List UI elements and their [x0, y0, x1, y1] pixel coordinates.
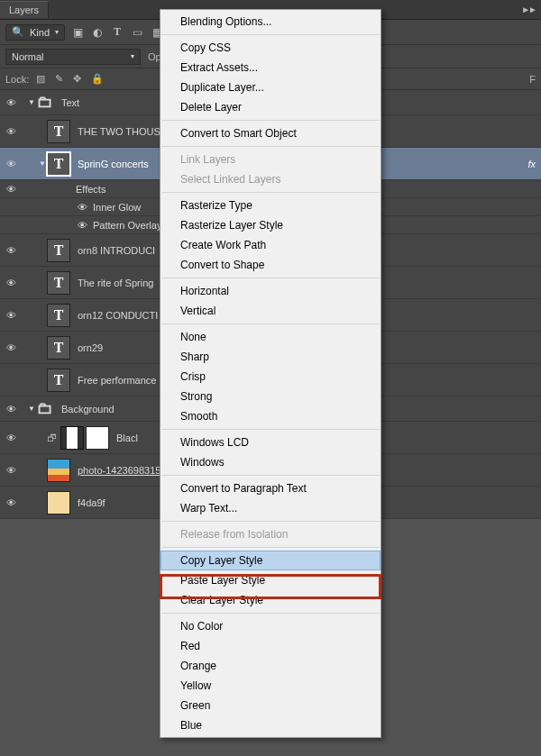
visibility-toggle[interactable]: 👁 — [78, 220, 87, 231]
visibility-toggle[interactable]: 👁 — [0, 278, 22, 288]
menu-blending-options[interactable]: Blending Options... — [160, 12, 381, 32]
menu-color-green[interactable]: Green — [160, 696, 381, 715]
visibility-toggle[interactable]: 👁 — [0, 465, 22, 476]
layer-thumb — [47, 491, 70, 515]
menu-aa-crisp[interactable]: Crisp — [160, 367, 381, 387]
menu-separator — [161, 547, 380, 548]
fill-label: F — [529, 74, 536, 85]
menu-release-isolation: Release from Isolation — [160, 524, 381, 544]
twisty-down-icon[interactable]: ▼ — [27, 405, 36, 413]
layer-context-menu: Blending Options... Copy CSS Extract Ass… — [160, 9, 381, 738]
type-thumb-icon: T — [47, 369, 70, 392]
lock-label: Lock: — [5, 74, 29, 85]
menu-rasterize-layer-style[interactable]: Rasterize Layer Style — [160, 215, 381, 235]
menu-aa-strong[interactable]: Strong — [160, 387, 381, 406]
menu-vertical[interactable]: Vertical — [160, 301, 381, 321]
filter-adjustment-icon[interactable]: ◐ — [90, 26, 105, 39]
menu-windows[interactable]: Windows — [160, 452, 381, 472]
menu-aa-none[interactable]: None — [160, 327, 381, 347]
menu-separator — [161, 146, 380, 147]
menu-color-orange[interactable]: Orange — [160, 656, 381, 676]
visibility-toggle[interactable]: 👁 — [0, 404, 22, 414]
type-thumb-icon: T — [47, 336, 70, 360]
menu-extract-assets[interactable]: Extract Assets... — [160, 58, 381, 77]
menu-windows-lcd[interactable]: Windows LCD — [160, 433, 381, 452]
menu-convert-paragraph[interactable]: Convert to Paragraph Text — [160, 478, 381, 498]
visibility-toggle[interactable]: 👁 — [0, 126, 22, 137]
folder-icon: 🗀 — [36, 397, 54, 421]
menu-color-red[interactable]: Red — [160, 636, 381, 656]
menu-separator — [161, 34, 380, 35]
menu-rasterize-type[interactable]: Rasterize Type — [160, 196, 381, 215]
visibility-toggle[interactable]: 👁 — [0, 184, 22, 195]
menu-duplicate-layer[interactable]: Duplicate Layer... — [160, 77, 381, 97]
menu-separator — [161, 613, 380, 614]
twisty-down-icon[interactable]: ▼ — [27, 98, 36, 106]
twisty-down-icon[interactable]: ▼ — [38, 159, 47, 168]
type-thumb-icon: T — [47, 271, 70, 295]
menu-convert-smart-object[interactable]: Convert to Smart Object — [160, 123, 381, 143]
menu-separator — [161, 278, 380, 278]
menu-copy-css[interactable]: Copy CSS — [160, 38, 381, 58]
menu-separator — [161, 429, 380, 430]
search-icon: 🔍 — [12, 26, 24, 38]
filter-type-icon[interactable]: T — [110, 25, 124, 39]
menu-link-layers: Link Layers — [160, 150, 381, 169]
menu-aa-smooth[interactable]: Smooth — [160, 406, 381, 426]
visibility-toggle[interactable]: 👁 — [0, 497, 22, 508]
visibility-toggle[interactable]: 👁 — [0, 159, 22, 169]
menu-separator — [161, 120, 380, 121]
menu-color-yellow[interactable]: Yellow — [160, 676, 381, 696]
blend-mode-value: Normal — [12, 51, 43, 62]
visibility-toggle[interactable]: 👁 — [0, 245, 22, 256]
layer-thumb — [86, 426, 109, 450]
menu-convert-to-shape[interactable]: Convert to Shape — [160, 255, 381, 275]
menu-create-work-path[interactable]: Create Work Path — [160, 235, 381, 255]
layer-thumb — [47, 459, 70, 482]
visibility-toggle[interactable]: 👁 — [0, 342, 22, 353]
menu-copy-layer-style[interactable]: Copy Layer Style — [160, 551, 381, 570]
link-icon: 🗗 — [47, 433, 60, 443]
blend-mode-dropdown[interactable]: Normal ▾ — [5, 49, 141, 65]
panel-collapse-icon[interactable]: ►► — [521, 5, 541, 14]
menu-color-blue[interactable]: Blue — [160, 715, 381, 735]
menu-separator — [161, 192, 380, 193]
chevron-down-icon: ▾ — [131, 52, 134, 60]
chevron-down-icon: ▾ — [55, 28, 59, 36]
type-thumb-icon: T — [47, 239, 70, 262]
panel-tab-layers[interactable]: Layers — [0, 1, 49, 18]
layer-mask-thumb — [60, 426, 84, 450]
visibility-toggle[interactable]: 👁 — [78, 202, 87, 213]
menu-separator — [161, 323, 380, 324]
filter-kind-label: Kind — [30, 27, 50, 38]
menu-paste-layer-style[interactable]: Paste Layer Style — [160, 570, 381, 590]
fx-badge[interactable]: fx — [527, 159, 541, 169]
lock-icons[interactable]: ▨ ✎ ✥ 🔒 — [36, 73, 107, 85]
type-thumb-icon: T — [47, 304, 70, 327]
filter-shape-icon[interactable]: ▭ — [130, 26, 144, 39]
menu-separator — [161, 521, 380, 522]
menu-color-none[interactable]: No Color — [160, 616, 381, 636]
menu-delete-layer[interactable]: Delete Layer — [160, 97, 381, 117]
folder-icon: 🗀 — [36, 91, 54, 114]
visibility-toggle[interactable]: 👁 — [0, 310, 22, 321]
filter-pixel-icon[interactable]: ▣ — [70, 26, 85, 39]
menu-horizontal[interactable]: Horizontal — [160, 281, 381, 301]
menu-aa-sharp[interactable]: Sharp — [160, 347, 381, 367]
menu-select-linked: Select Linked Layers — [160, 169, 381, 189]
menu-warp-text[interactable]: Warp Text... — [160, 498, 381, 518]
menu-clear-layer-style[interactable]: Clear Layer Style — [160, 590, 381, 610]
filter-kind-dropdown[interactable]: 🔍 Kind ▾ — [5, 24, 65, 41]
menu-separator — [161, 475, 380, 476]
type-thumb-icon: T — [47, 152, 70, 176]
type-thumb-icon: T — [47, 120, 70, 143]
visibility-toggle[interactable]: 👁 — [0, 433, 22, 443]
visibility-toggle[interactable]: 👁 — [0, 97, 22, 108]
